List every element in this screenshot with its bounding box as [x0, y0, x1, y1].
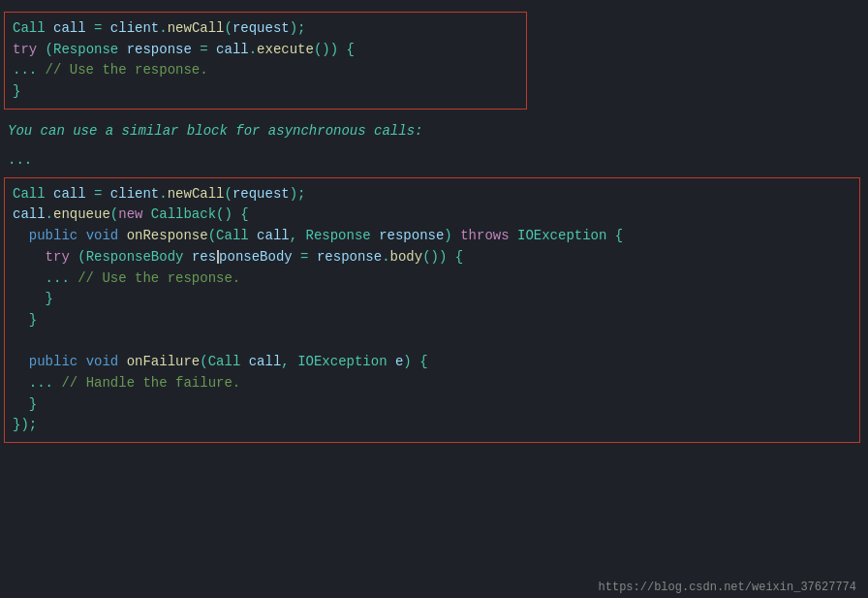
bottom-line-7: }	[13, 310, 852, 331]
bottom-line-2: call.enqueue(new Callback() {	[13, 205, 852, 226]
bottom-line-8: public void onFailure(Call call, IOExcep…	[13, 352, 852, 373]
top-line-1: Call call = client.newCall(request);	[13, 18, 518, 40]
bottom-line-5: ... // Use the response.	[13, 268, 852, 290]
prose-text: You can use a similar block for asynchro…	[0, 110, 868, 146]
bottom-line-4: try (ResponseBody responseBody = respons…	[13, 247, 852, 268]
bottom-line-11: });	[13, 415, 852, 436]
top-code-block: Call call = client.newCall(request); try…	[4, 12, 527, 110]
bottom-line-1: Call call = client.newCall(request);	[13, 184, 852, 205]
ellipsis-line: ...	[0, 146, 868, 173]
top-line-3: ... // Use the response.	[13, 60, 518, 81]
watermark-text: https://blog.csdn.net/weixin_37627774	[599, 581, 856, 594]
bottom-line-10: }	[13, 394, 852, 416]
bottom-line-9: ... // Handle the failure.	[13, 373, 852, 394]
ellipsis-text: ...	[8, 152, 32, 168]
top-line-2: try (Response response = call.execute())…	[13, 40, 518, 61]
bottom-line-6: }	[13, 289, 852, 310]
bottom-line-blank	[13, 331, 852, 353]
bottom-line-3: public void onResponse(Call call, Respon…	[13, 226, 852, 247]
top-line-4: }	[13, 81, 518, 103]
bottom-code-block: Call call = client.newCall(request); cal…	[4, 177, 860, 443]
watermark: https://blog.csdn.net/weixin_37627774	[599, 581, 856, 594]
prose-content: You can use a similar block for asynchro…	[8, 123, 422, 139]
page-container: Call call = client.newCall(request); try…	[0, 0, 868, 598]
